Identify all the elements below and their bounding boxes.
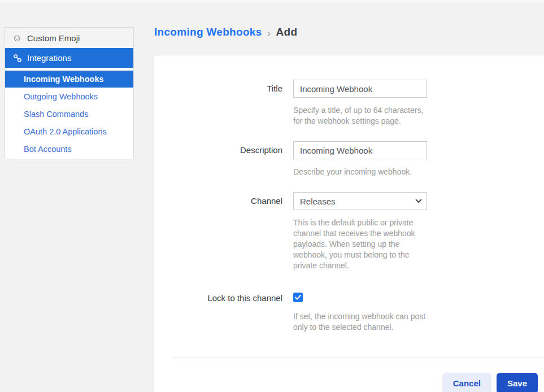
sidebar-item-label: Bot Accounts — [24, 145, 72, 154]
sidebar-item-label: Incoming Webhooks — [24, 75, 104, 84]
save-button[interactable]: Save — [497, 373, 538, 392]
sidebar-item-slash-commands[interactable]: Slash Commands — [5, 105, 133, 123]
cancel-button[interactable]: Cancel — [442, 373, 491, 392]
channel-field-row: Channel Releases This is the default pub… — [154, 192, 544, 271]
description-help-text: Describe your incoming webhook. — [293, 167, 427, 177]
link-chain-icon — [12, 54, 22, 63]
description-field-row: Description Describe your incoming webho… — [154, 141, 544, 177]
form-divider — [173, 358, 544, 358]
admin-sidebar: ☺ Custom Emoji Integrations Incoming Web… — [5, 27, 134, 159]
top-strip — [0, 0, 544, 3]
emoji-smiley-icon: ☺ — [12, 33, 22, 43]
sidebar-item-label: OAuth 2.0 Applications — [24, 127, 107, 136]
form-actions: Cancel Save — [154, 373, 544, 392]
channel-help-text: This is the default public or private ch… — [293, 217, 427, 271]
lock-channel-label: Lock to this channel — [154, 289, 282, 333]
lock-channel-checkbox[interactable] — [293, 293, 303, 302]
admin-integrations-page: ☺ Custom Emoji Integrations Incoming Web… — [0, 0, 544, 392]
breadcrumb: Incoming Webhooks › Add — [154, 26, 297, 38]
checkmark-icon — [295, 295, 301, 300]
title-help-text: Specify a title, of up to 64 characters,… — [293, 105, 427, 127]
lock-channel-help-text: If set, the incoming webhook can post on… — [293, 311, 427, 333]
sidebar-item-label: Integrations — [27, 53, 71, 63]
sidebar-item-custom-emoji[interactable]: ☺ Custom Emoji — [5, 28, 133, 48]
sidebar-item-integrations[interactable]: Integrations — [5, 48, 133, 68]
sidebar-item-label: Outgoing Webhooks — [24, 92, 98, 101]
sidebar-item-incoming-webhooks[interactable]: Incoming Webhooks — [5, 71, 133, 88]
add-webhook-form: Title Specify a title, of up to 64 chara… — [154, 55, 544, 392]
webhook-form-panel: Title Specify a title, of up to 64 chara… — [154, 55, 544, 392]
channel-label: Channel — [154, 192, 282, 271]
sidebar-item-label: Custom Emoji — [27, 33, 80, 43]
description-label: Description — [154, 141, 282, 177]
sidebar-item-oauth-applications[interactable]: OAuth 2.0 Applications — [5, 123, 133, 140]
sidebar-item-outgoing-webhooks[interactable]: Outgoing Webhooks — [5, 88, 133, 105]
title-input[interactable] — [293, 80, 427, 98]
channel-select[interactable]: Releases — [293, 192, 427, 210]
title-field-row: Title Specify a title, of up to 64 chara… — [154, 80, 544, 127]
description-input[interactable] — [293, 141, 427, 159]
lock-channel-field-row: Lock to this channel If set, the incomin… — [154, 289, 544, 333]
sidebar-item-label: Slash Commands — [24, 110, 88, 119]
sidebar-item-bot-accounts[interactable]: Bot Accounts — [5, 140, 133, 158]
breadcrumb-chevron-icon: › — [267, 27, 271, 38]
breadcrumb-parent-link[interactable]: Incoming Webhooks — [154, 26, 262, 38]
page-title: Add — [276, 26, 298, 38]
title-label: Title — [154, 80, 282, 127]
